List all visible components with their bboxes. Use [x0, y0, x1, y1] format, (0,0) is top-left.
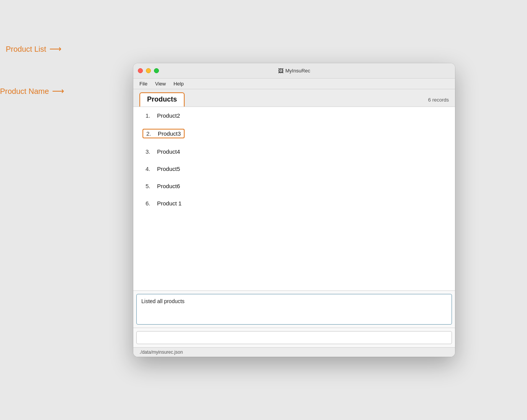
- list-item[interactable]: 3. Product4: [133, 143, 455, 160]
- item-name-3: Product4: [157, 148, 180, 155]
- product-item-plain-6: 6. Product 1: [142, 199, 185, 207]
- item-name-4: Product5: [157, 166, 180, 172]
- item-name-6: Product 1: [157, 200, 182, 207]
- product-item-plain-5: 5. Product6: [142, 182, 183, 190]
- window-title: 🖼 MyInsuRec: [278, 68, 310, 74]
- item-number-6: 6.: [146, 200, 155, 207]
- app-window: 🖼 MyInsuRec File View Help Products 6 re…: [133, 63, 455, 357]
- status-path: ./data/myinsurec.json: [139, 349, 183, 355]
- menu-bar: File View Help: [133, 79, 455, 89]
- item-name-5: Product6: [157, 183, 180, 189]
- item-name-2: Product3: [158, 130, 181, 137]
- status-bar: ./data/myinsurec.json: [133, 348, 455, 357]
- product-list-annotation: Product List: [6, 45, 46, 54]
- list-item[interactable]: 6. Product 1: [133, 195, 455, 212]
- product-list: 1. Product2 2. Product3 3. Product4: [133, 107, 455, 212]
- product-item-plain-3: 3. Product4: [142, 148, 183, 156]
- close-button[interactable]: [138, 68, 143, 73]
- menu-help[interactable]: Help: [170, 80, 187, 88]
- list-item[interactable]: 1. Product2: [133, 107, 455, 124]
- menu-file[interactable]: File: [136, 80, 151, 88]
- records-count: 6 records: [428, 97, 449, 107]
- product-item-highlighted: 2. Product3: [142, 129, 185, 138]
- title-bar: 🖼 MyInsuRec: [133, 63, 455, 79]
- item-number-2: 2.: [146, 130, 155, 137]
- product-name-arrow: ⟶: [52, 86, 64, 96]
- item-number-5: 5.: [146, 183, 155, 189]
- traffic-lights: [138, 68, 159, 73]
- list-item[interactable]: 4. Product5: [133, 160, 455, 177]
- product-list-arrow: ⟶: [49, 44, 62, 54]
- maximize-button[interactable]: [154, 68, 159, 73]
- output-area: Listed all products: [133, 291, 455, 328]
- product-item-plain-1: 1. Product2: [142, 112, 183, 120]
- menu-view[interactable]: View: [152, 80, 169, 88]
- app-icon: 🖼: [278, 68, 283, 74]
- product-item-plain-4: 4. Product5: [142, 165, 183, 173]
- item-name-1: Product2: [157, 112, 180, 119]
- app-title-text: MyInsuRec: [285, 68, 310, 74]
- products-tab[interactable]: Products: [139, 92, 185, 107]
- item-number-3: 3.: [146, 148, 155, 155]
- product-name-annotation: Product Name: [0, 87, 49, 96]
- list-item[interactable]: 5. Product6: [133, 177, 455, 195]
- input-area: [133, 328, 455, 348]
- minimize-button[interactable]: [146, 68, 151, 73]
- output-box: Listed all products: [136, 294, 452, 325]
- item-number-1: 1.: [146, 112, 155, 119]
- header-area: Products 6 records: [133, 89, 455, 107]
- product-list-area: 1. Product2 2. Product3 3. Product4: [133, 107, 455, 291]
- command-input[interactable]: [136, 331, 452, 344]
- item-number-4: 4.: [146, 166, 155, 172]
- list-item[interactable]: 2. Product3: [133, 124, 455, 143]
